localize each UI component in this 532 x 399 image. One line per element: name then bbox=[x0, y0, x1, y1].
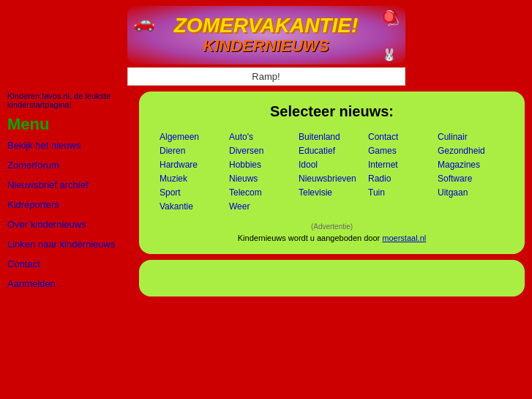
top-toy-icon: 🪀 bbox=[381, 9, 400, 26]
news-category-link[interactable]: Radio bbox=[368, 174, 435, 184]
site-tagline: Kinderen.favos.nl, de leukste kinderstar… bbox=[7, 92, 132, 109]
news-category-link[interactable]: Telecom bbox=[229, 187, 296, 198]
banner-bar: Ramp! bbox=[127, 67, 405, 86]
nav-link-nieuwsbrief[interactable]: Nieuwsbrief archief bbox=[7, 179, 89, 190]
news-category-link[interactable]: Muziek bbox=[160, 174, 226, 184]
news-category-link[interactable]: Culinair bbox=[438, 132, 504, 142]
news-category-link[interactable] bbox=[368, 201, 435, 212]
sidebar-nav: Bekijk het nieuws Zomerforum Nieuwsbrief… bbox=[7, 140, 132, 289]
nav-item-aanmelden[interactable]: Aanmelden bbox=[7, 278, 132, 289]
news-category-link[interactable]: Algemeen bbox=[160, 132, 226, 142]
news-category-link[interactable]: Educatief bbox=[299, 146, 365, 156]
aangeboden-link[interactable]: moerstaal.nl bbox=[382, 234, 426, 242]
nav-item-kidreporters[interactable]: Kidreporters bbox=[7, 199, 132, 210]
nav-link-kidreporters[interactable]: Kidreporters bbox=[7, 199, 59, 210]
news-category-link[interactable]: Uitgaan bbox=[438, 187, 504, 198]
news-grid: AlgemeenAuto'sBuitenlandContactCulinairD… bbox=[154, 132, 510, 214]
nav-item-zomerforum[interactable]: Zomerforum bbox=[7, 160, 132, 171]
header: 🚗 🪀 ZOMERVAKANTIE! KINDERNIEUWS 🐰 Ramp! bbox=[0, 0, 532, 86]
nav-link-contact[interactable]: Contact bbox=[7, 258, 40, 269]
news-category-link[interactable]: Vakantie bbox=[160, 201, 226, 212]
news-category-link[interactable]: Weer bbox=[229, 201, 296, 212]
advertentie-label: (Advertentie) bbox=[154, 223, 510, 231]
news-category-link[interactable]: Hobbies bbox=[229, 160, 296, 170]
news-category-link[interactable]: Gezondheid bbox=[438, 146, 504, 156]
nav-link-aanmelden[interactable]: Aanmelden bbox=[7, 278, 56, 289]
nav-item-contact[interactable]: Contact bbox=[7, 258, 132, 269]
toy-car-icon: 🚗 bbox=[133, 12, 155, 32]
news-category-link[interactable]: Nieuwsbrieven bbox=[299, 174, 365, 184]
news-category-link[interactable]: Televisie bbox=[299, 187, 365, 198]
bottom-green-box bbox=[139, 260, 525, 297]
main-layout: Kinderen.favos.nl, de leukste kinderstar… bbox=[0, 86, 532, 304]
nav-item-bekijk[interactable]: Bekijk het nieuws bbox=[7, 140, 132, 151]
logo-container: 🚗 🪀 ZOMERVAKANTIE! KINDERNIEUWS 🐰 bbox=[127, 6, 405, 64]
nav-link-bekijk[interactable]: Bekijk het nieuws bbox=[7, 140, 80, 151]
news-category-link[interactable]: Buitenland bbox=[299, 132, 365, 142]
news-select-box: Selecteer nieuws: AlgemeenAuto'sBuitenla… bbox=[139, 92, 525, 254]
nav-link-linken[interactable]: Linken naar kindernieuws bbox=[7, 239, 115, 250]
menu-title: Menu bbox=[7, 115, 132, 134]
news-category-link[interactable]: Internet bbox=[368, 160, 435, 170]
sidebar: Kinderen.favos.nl, de leukste kinderstar… bbox=[7, 92, 132, 298]
aangeboden-text: Kindernieuws wordt u aangeboden door moe… bbox=[154, 234, 510, 242]
news-category-link[interactable]: Idool bbox=[299, 160, 365, 170]
bottom-toy-icon: 🐰 bbox=[382, 48, 397, 61]
news-category-link[interactable]: Contact bbox=[368, 132, 435, 142]
news-category-link[interactable]: Tuin bbox=[368, 187, 435, 198]
nav-item-linken[interactable]: Linken naar kindernieuws bbox=[7, 239, 132, 250]
news-category-link[interactable]: Dieren bbox=[160, 146, 226, 156]
main-content: Selecteer nieuws: AlgemeenAuto'sBuitenla… bbox=[139, 92, 525, 298]
nav-link-over[interactable]: Over kindernieuws bbox=[7, 219, 86, 230]
news-category-link[interactable]: Diversen bbox=[229, 146, 296, 156]
nav-item-nieuwsbrief[interactable]: Nieuwsbrief archief bbox=[7, 179, 132, 190]
news-select-title: Selecteer nieuws: bbox=[154, 103, 510, 120]
nav-link-zomerforum[interactable]: Zomerforum bbox=[7, 160, 59, 171]
logo-line1: ZOMERVAKANTIE! bbox=[174, 15, 358, 37]
news-category-link[interactable]: Magazines bbox=[438, 160, 504, 170]
banner-text: Ramp! bbox=[252, 71, 280, 82]
news-category-link[interactable]: Sport bbox=[160, 187, 226, 198]
aangeboden-static: Kindernieuws wordt u aangeboden door bbox=[238, 234, 380, 242]
news-category-link[interactable]: Hardware bbox=[160, 160, 226, 170]
nav-item-over[interactable]: Over kindernieuws bbox=[7, 219, 132, 230]
logo-line2: KINDERNIEUWS bbox=[174, 37, 358, 56]
news-category-link[interactable]: Nieuws bbox=[229, 174, 296, 184]
logo-text: ZOMERVAKANTIE! KINDERNIEUWS bbox=[174, 15, 358, 56]
news-category-link[interactable] bbox=[438, 201, 504, 212]
news-category-link[interactable]: Software bbox=[438, 174, 504, 184]
news-category-link[interactable]: Games bbox=[368, 146, 435, 156]
news-category-link[interactable] bbox=[299, 201, 365, 212]
news-category-link[interactable]: Auto's bbox=[229, 132, 296, 142]
